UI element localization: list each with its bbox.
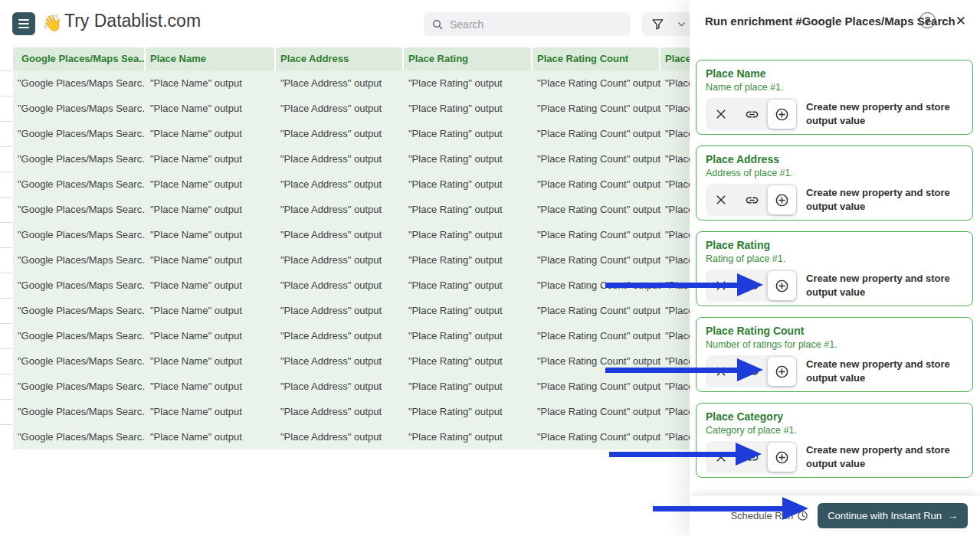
table-cell[interactable]: "Place Name" output xyxy=(146,348,276,374)
table-cell[interactable]: "Place Name" output xyxy=(146,70,276,96)
create-property-button[interactable] xyxy=(768,443,796,472)
table-cell[interactable]: "Place Rating Count" output xyxy=(533,197,660,222)
table-row[interactable]: "Google Places/Maps Searc... "Place Name… xyxy=(13,172,751,197)
discard-output-button[interactable] xyxy=(706,441,736,473)
table-cell[interactable]: "Google Places/Maps Searc... xyxy=(13,399,146,424)
table-cell[interactable]: "Place Rating" output xyxy=(404,222,533,247)
table-cell[interactable]: "Place Name" output xyxy=(146,172,276,197)
table-cell[interactable]: "Place Rating" output xyxy=(404,146,533,172)
column-header-place-rating-count[interactable]: Place Rating Count xyxy=(533,47,659,70)
table-row[interactable]: "Google Places/Maps Searc... "Place Name… xyxy=(13,273,751,298)
table-cell[interactable]: "Place Name" output xyxy=(146,146,276,172)
filter-icon[interactable] xyxy=(651,18,664,31)
table-row[interactable]: "Google Places/Maps Searc... "Place Name… xyxy=(13,146,751,172)
table-cell[interactable]: "Place Rating" output xyxy=(404,197,533,222)
column-header-google-places[interactable]: Google Places/Maps Sea... xyxy=(13,47,144,70)
chevron-down-icon[interactable] xyxy=(677,19,687,29)
table-cell[interactable]: "Google Places/Maps Searc... xyxy=(13,273,146,298)
menu-button[interactable] xyxy=(12,12,35,35)
table-cell[interactable]: "Place Rating Count" output xyxy=(533,247,660,273)
table-cell[interactable]: "Google Places/Maps Searc... xyxy=(13,374,146,399)
table-cell[interactable]: "Place Rating" output xyxy=(404,323,533,348)
table-cell[interactable]: "Place Address" output xyxy=(276,70,404,96)
link-existing-property-button[interactable] xyxy=(736,441,767,473)
table-cell[interactable]: "Place Rating" output xyxy=(404,172,533,197)
link-existing-property-button[interactable] xyxy=(736,270,767,302)
table-cell[interactable]: "Place Rating" output xyxy=(404,121,533,146)
table-cell[interactable]: "Place Name" output xyxy=(146,121,276,146)
table-cell[interactable]: "Google Places/Maps Searc... xyxy=(13,146,146,172)
table-cell[interactable]: "Google Places/Maps Searc... xyxy=(13,323,146,348)
discard-output-button[interactable] xyxy=(706,184,736,216)
table-cell[interactable]: "Place Address" output xyxy=(276,374,404,399)
table-row[interactable]: "Google Places/Maps Searc... "Place Name… xyxy=(13,247,751,273)
search-input[interactable] xyxy=(450,18,623,31)
table-cell[interactable]: "Place Rating Count" output xyxy=(533,399,660,424)
create-property-button[interactable] xyxy=(768,357,796,386)
table-cell[interactable]: "Google Places/Maps Searc... xyxy=(13,70,146,96)
table-cell[interactable]: "Google Places/Maps Searc... xyxy=(13,197,146,222)
table-cell[interactable]: "Place Rating Count" output xyxy=(533,222,660,247)
table-cell[interactable]: "Place Address" output xyxy=(276,399,404,424)
table-cell[interactable]: "Place Address" output xyxy=(276,172,404,197)
table-cell[interactable]: "Place Rating Count" output xyxy=(533,96,660,121)
table-cell[interactable]: "Place Name" output xyxy=(146,323,276,348)
table-row[interactable]: "Google Places/Maps Searc... "Place Name… xyxy=(13,222,751,247)
discard-output-button[interactable] xyxy=(706,98,736,130)
table-cell[interactable]: "Google Places/Maps Searc... xyxy=(13,424,146,449)
discard-output-button[interactable] xyxy=(706,355,736,387)
table-cell[interactable]: "Place Rating Count" output xyxy=(533,146,660,172)
schedule-run-button[interactable]: Schedule Run xyxy=(730,510,808,521)
table-cell[interactable]: "Place Address" output xyxy=(276,197,404,222)
search-box[interactable] xyxy=(424,12,631,36)
table-cell[interactable]: "Place Rating Count" output xyxy=(533,374,660,399)
table-cell[interactable]: "Google Places/Maps Searc... xyxy=(13,121,146,146)
table-cell[interactable]: "Google Places/Maps Searc... xyxy=(13,247,146,273)
table-cell[interactable]: "Place Name" output xyxy=(146,197,276,222)
continue-instant-run-button[interactable]: Continue with Instant Run → xyxy=(818,503,968,528)
table-cell[interactable]: "Place Address" output xyxy=(276,323,404,348)
table-cell[interactable]: "Google Places/Maps Searc... xyxy=(13,172,146,197)
table-cell[interactable]: "Place Rating Count" output xyxy=(533,424,660,449)
close-icon[interactable]: ✕ xyxy=(955,13,966,29)
table-cell[interactable]: "Google Places/Maps Searc... xyxy=(13,298,146,323)
table-cell[interactable]: "Place Rating" output xyxy=(404,70,533,96)
create-property-button[interactable] xyxy=(768,271,796,300)
table-cell[interactable]: "Place Rating" output xyxy=(404,374,533,399)
table-cell[interactable]: "Place Name" output xyxy=(146,298,276,323)
table-row[interactable]: "Google Places/Maps Searc... "Place Name… xyxy=(13,96,751,121)
table-cell[interactable]: "Place Address" output xyxy=(276,273,404,298)
table-cell[interactable]: "Place Rating" output xyxy=(404,247,533,273)
table-cell[interactable]: "Place Name" output xyxy=(146,96,276,121)
table-cell[interactable]: "Place Rating Count" output xyxy=(533,70,660,96)
table-cell[interactable]: "Place Name" output xyxy=(146,374,276,399)
table-cell[interactable]: "Place Rating" output xyxy=(404,348,533,374)
table-cell[interactable]: "Place Name" output xyxy=(146,247,276,273)
table-cell[interactable]: "Place Address" output xyxy=(276,146,404,172)
table-cell[interactable]: "Place Rating" output xyxy=(404,96,533,121)
link-existing-property-button[interactable] xyxy=(736,184,767,216)
table-row[interactable]: "Google Places/Maps Searc... "Place Name… xyxy=(13,399,751,424)
table-row[interactable]: "Google Places/Maps Searc... "Place Name… xyxy=(13,348,751,374)
column-header-place-address[interactable]: Place Address xyxy=(276,47,402,70)
table-cell[interactable]: "Place Rating Count" output xyxy=(533,121,660,146)
table-cell[interactable]: "Place Rating Count" output xyxy=(533,172,660,197)
table-row[interactable]: "Google Places/Maps Searc... "Place Name… xyxy=(13,323,751,348)
table-cell[interactable]: "Place Address" output xyxy=(276,348,404,374)
link-existing-property-button[interactable] xyxy=(736,355,767,387)
table-row[interactable]: "Google Places/Maps Searc... "Place Name… xyxy=(13,374,751,399)
discard-output-button[interactable] xyxy=(706,270,736,302)
table-cell[interactable]: "Place Rating" output xyxy=(404,399,533,424)
table-cell[interactable]: "Place Address" output xyxy=(276,96,404,121)
table-row[interactable]: "Google Places/Maps Searc... "Place Name… xyxy=(13,298,751,323)
table-cell[interactable]: "Place Address" output xyxy=(276,247,404,273)
table-cell[interactable]: "Google Places/Maps Searc... xyxy=(13,96,146,121)
table-cell[interactable]: "Place Rating Count" output xyxy=(533,323,660,348)
table-cell[interactable]: "Place Name" output xyxy=(146,273,276,298)
table-cell[interactable]: "Place Address" output xyxy=(276,121,404,146)
link-existing-property-button[interactable] xyxy=(736,98,767,130)
table-cell[interactable]: "Place Rating Count" output xyxy=(533,348,660,374)
table-cell[interactable]: "Place Address" output xyxy=(276,424,404,449)
table-cell[interactable]: "Place Address" output xyxy=(276,222,404,247)
table-cell[interactable]: "Place Rating" output xyxy=(404,424,533,449)
